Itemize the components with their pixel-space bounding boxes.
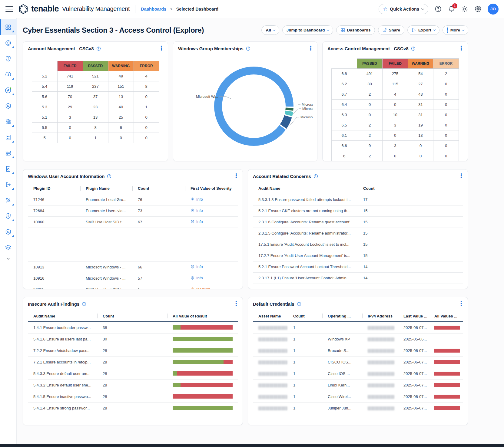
user-avatar[interactable]: JO <box>488 4 499 15</box>
dashboards-button[interactable]: Dashboards <box>336 25 375 35</box>
sidebar-item-compass[interactable] <box>0 82 17 98</box>
jump-to-dashboard-button[interactable]: Jump to Dashboard <box>282 25 333 35</box>
column-header[interactable]: Count <box>132 183 185 194</box>
severity-badge[interactable]: Info <box>191 219 203 224</box>
column-header[interactable]: Count <box>288 311 322 322</box>
result-stacked-bar[interactable] <box>173 348 233 353</box>
info-icon[interactable] <box>82 302 86 306</box>
table-row: 72684Enumerate Users via...73Info <box>28 205 238 216</box>
severity-cell: Info <box>185 205 238 216</box>
hexagon-icon <box>5 103 12 109</box>
column-header[interactable]: Plugin ID <box>28 183 80 194</box>
column-header[interactable]: IPv4 Address <box>362 311 398 322</box>
sidebar-item-tools[interactable] <box>0 192 17 208</box>
breadcrumb-current: Selected Dashboard <box>176 7 218 12</box>
column-header[interactable]: Operating ... <box>322 311 362 322</box>
operating-system-cell: Juniper Jun... <box>322 402 362 414</box>
column-header[interactable]: Audit Name <box>28 311 97 322</box>
panel-menu-kebab[interactable]: ••• <box>309 45 313 51</box>
sidebar-item-explore[interactable] <box>0 35 17 51</box>
table-row: 2.3.17.1 (L1) Ensure 'User Account Contr… <box>253 272 463 284</box>
hamburger-menu-icon[interactable] <box>5 6 13 12</box>
settings-gear-icon[interactable] <box>461 5 468 13</box>
sidebar-item-assets[interactable] <box>0 98 17 114</box>
result-stacked-bar[interactable] <box>173 406 233 410</box>
sidebar-collapse-chevron[interactable] <box>5 256 11 263</box>
panel-menu-kebab[interactable]: ••• <box>459 301 463 306</box>
sidebar-item-export[interactable] <box>0 177 17 192</box>
result-stacked-bar[interactable] <box>173 383 233 387</box>
table-row: 2.3.1.5 Configure 'Accounts: Rename admi… <box>253 228 463 239</box>
sidebar-item-hexagon-2[interactable] <box>0 224 17 240</box>
panel-menu-kebab[interactable]: ••• <box>159 45 164 51</box>
sidebar-item-servers[interactable] <box>0 145 17 161</box>
info-icon[interactable] <box>313 174 318 179</box>
result-stacked-bar[interactable] <box>173 360 233 364</box>
result-stacked-bar[interactable] <box>173 325 233 330</box>
panel-menu-kebab[interactable]: ••• <box>459 173 463 179</box>
column-header[interactable]: All Value of Result <box>167 311 238 322</box>
divider <box>135 5 135 13</box>
panel-menu-kebab[interactable]: ••• <box>459 45 463 51</box>
matrix-cell: 2 <box>357 151 383 161</box>
table-row: 7.2.1 Ensure accounts in /etc/p...28 <box>28 356 238 368</box>
column-header[interactable]: First Value of Severity <box>185 183 238 194</box>
count-cell: 15 <box>358 239 463 250</box>
more-button[interactable]: ••• More <box>443 25 468 35</box>
donut-slice[interactable] <box>289 108 290 110</box>
column-header[interactable]: Audit Name <box>253 183 358 194</box>
severity-badge[interactable]: Info <box>191 197 203 202</box>
panel-menu-kebab[interactable]: ••• <box>234 173 238 179</box>
matrix-cell: 0 <box>57 123 83 133</box>
info-icon[interactable] <box>246 46 250 51</box>
sidebar-item-report-document[interactable] <box>0 161 17 177</box>
panel-menu-kebab[interactable]: ••• <box>234 301 238 306</box>
ipv4-address-cell <box>362 379 398 391</box>
row-label: 6.5 <box>332 120 357 130</box>
info-icon[interactable] <box>107 174 111 179</box>
sidebar-item-reports-chart[interactable] <box>0 114 17 130</box>
tenable-logo[interactable]: tenable Vulnerability Management <box>18 4 130 14</box>
column-header[interactable]: Last Value ... <box>398 311 429 322</box>
result-stacked-bar[interactable] <box>173 394 233 399</box>
severity-badge[interactable]: Medium <box>191 287 210 289</box>
help-icon[interactable] <box>434 5 442 13</box>
donut-slice[interactable] <box>283 117 288 127</box>
notifications-bell-icon[interactable]: 1 <box>448 5 455 13</box>
column-header[interactable]: Plugin Name <box>80 183 132 194</box>
app-switcher-icon[interactable] <box>474 5 482 13</box>
matrix-cell: 31 <box>408 110 433 120</box>
severity-badge[interactable]: Info <box>191 265 203 269</box>
column-header[interactable]: Asset Name <box>253 311 288 322</box>
sidebar-item-dashboards[interactable] <box>0 19 17 35</box>
sidebar-item-layers[interactable] <box>0 240 17 255</box>
breadcrumb-dashboards-link[interactable]: Dashboards <box>141 7 166 12</box>
donut-slice-main[interactable] <box>218 71 290 142</box>
sidebar-item-scans[interactable] <box>0 130 17 145</box>
filter-all-button[interactable]: All <box>261 25 279 35</box>
result-stacked-bar[interactable] <box>173 371 233 376</box>
matrix-cell: 115 <box>383 79 408 89</box>
donut-chart[interactable]: Microsoft Wi...Microsoft W...Microsoft W… <box>178 52 312 156</box>
sidebar-item-gauge[interactable] <box>0 67 17 82</box>
audit-name-cell: 5.4.3.3 Ensure default user um... <box>28 368 97 379</box>
result-stacked-bar[interactable] <box>173 337 233 341</box>
column-header[interactable]: Count <box>97 311 167 322</box>
severity-badge[interactable]: Info <box>191 276 203 280</box>
donut-slice[interactable] <box>288 111 289 115</box>
column-header[interactable]: All Values ... <box>429 311 463 322</box>
ipv4-address-cell <box>362 322 398 333</box>
info-icon[interactable] <box>96 46 101 51</box>
windows-user-table: Plugin IDPlugin NameCountFirst Value of … <box>28 183 238 289</box>
severity-badge[interactable]: Info <box>191 208 203 213</box>
share-button[interactable]: Share <box>378 25 405 35</box>
sidebar-item-findings[interactable] <box>0 51 17 67</box>
quick-actions-button[interactable]: ☆ Quick Actions <box>379 4 428 14</box>
result-bar-cell <box>167 391 238 402</box>
export-button[interactable]: Export <box>407 25 439 35</box>
info-icon[interactable] <box>297 302 301 306</box>
info-icon[interactable] <box>411 46 416 51</box>
sidebar-item-shield-bolt[interactable] <box>0 208 17 224</box>
column-header[interactable]: Count <box>358 183 463 194</box>
table-row: 10860SMB Use Host SID t...67Info <box>28 216 238 228</box>
